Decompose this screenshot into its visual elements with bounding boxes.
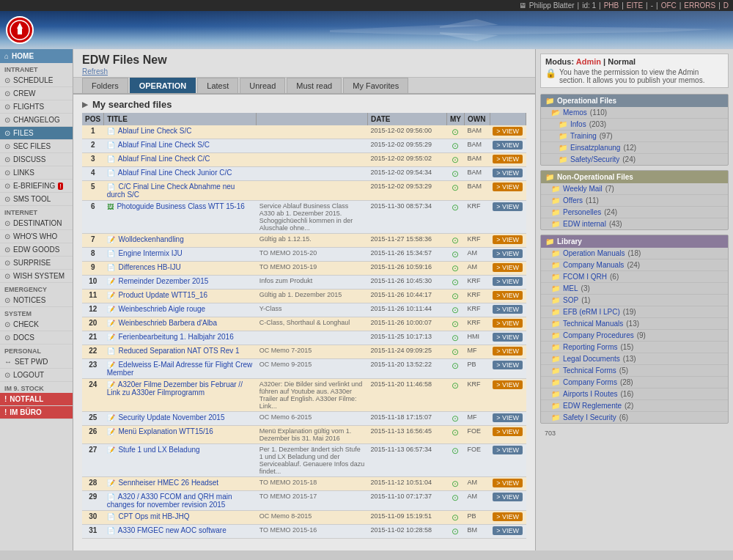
rp-sop[interactable]: 📁 SOP (1) bbox=[541, 295, 728, 306]
view-button[interactable]: > VIEW bbox=[493, 319, 523, 328]
rp-einsatz[interactable]: 📁 Einsatzplanung (12) bbox=[541, 142, 728, 154]
row-title[interactable]: 📄 Ablauf Line Check S/C bbox=[104, 125, 257, 139]
row-title[interactable]: 📄 A330 FMGEC new AOC software bbox=[104, 525, 257, 539]
rp-companyproc[interactable]: 📁 Company Procedures (9) bbox=[541, 330, 728, 342]
row-title[interactable]: 📄 Engine Intermix IJU bbox=[104, 248, 257, 262]
title-link[interactable]: Ablauf Final Line Check Junior C/C bbox=[118, 169, 232, 177]
view-button[interactable]: > VIEW bbox=[493, 155, 523, 163]
row-title[interactable]: 📝 Remeinder Dezember 2015 bbox=[104, 276, 257, 290]
tab-latest[interactable]: Latest bbox=[197, 78, 238, 93]
view-button[interactable]: > VIEW bbox=[493, 249, 523, 258]
sidebar-item-smstool[interactable]: ⊙ SMS TOOL bbox=[0, 193, 73, 206]
topbar-errors[interactable]: ERRORS bbox=[684, 1, 715, 10]
row-view[interactable]: > VIEW bbox=[490, 153, 526, 167]
row-view[interactable]: > VIEW bbox=[490, 359, 526, 379]
sidebar-item-discuss[interactable]: ⊙ DISCUSS bbox=[0, 153, 73, 166]
row-view[interactable]: > VIEW bbox=[490, 303, 526, 317]
title-link[interactable]: Security Update November 2015 bbox=[118, 413, 224, 421]
rp-training[interactable]: 📁 Training (97) bbox=[541, 130, 728, 142]
sidebar-home[interactable]: ⌂ HOME bbox=[0, 49, 73, 63]
row-view[interactable]: > VIEW bbox=[490, 248, 526, 262]
view-button[interactable]: > VIEW bbox=[493, 183, 523, 191]
topbar-eite[interactable]: EITE bbox=[627, 1, 643, 10]
rp-infos[interactable]: 📁 Infos (203) bbox=[541, 119, 728, 130]
safety-link[interactable]: Safety/Security bbox=[570, 155, 619, 163]
title-link[interactable]: Ablauf Final Line Check C/C bbox=[118, 155, 210, 163]
title-link[interactable]: Reduced Separation NAT OTS Rev 1 bbox=[118, 347, 239, 355]
row-view[interactable]: > VIEW bbox=[490, 181, 526, 201]
tab-mustread[interactable]: Must read bbox=[287, 78, 342, 93]
row-title[interactable]: 📝 Security Update November 2015 bbox=[104, 412, 257, 426]
companymanuals-link[interactable]: Company Manuals bbox=[563, 261, 624, 269]
rp-legal[interactable]: 📁 Legal Documents (13) bbox=[541, 353, 728, 365]
tab-operation[interactable]: OPERATION bbox=[130, 78, 196, 93]
sidebar-item-logout[interactable]: ⊙ LOGOUT bbox=[0, 369, 73, 382]
rp-safety[interactable]: 📁 Safety/Security (24) bbox=[541, 154, 728, 165]
topbar-ofc[interactable]: OFC bbox=[661, 1, 677, 10]
sidebar-item-changelog[interactable]: ⊙ CHANGELOG bbox=[0, 114, 73, 127]
view-button[interactable]: > VIEW bbox=[493, 169, 523, 177]
topbar-d[interactable]: D bbox=[723, 1, 729, 10]
row-view[interactable]: > VIEW bbox=[490, 426, 526, 444]
view-button[interactable]: > VIEW bbox=[493, 235, 523, 244]
opmanuals-link[interactable]: Operation Manuals bbox=[563, 249, 625, 257]
row-title[interactable]: 📝 Wolldeckenhandling bbox=[104, 234, 257, 248]
sidebar-item-check[interactable]: ⊙ CHECK bbox=[0, 318, 73, 331]
view-button[interactable]: > VIEW bbox=[493, 347, 523, 355]
view-button[interactable]: > VIEW bbox=[493, 446, 523, 454]
airports-link[interactable]: Airports I Routes bbox=[563, 390, 617, 398]
row-view[interactable]: > VIEW bbox=[490, 331, 526, 345]
view-button[interactable]: > VIEW bbox=[493, 277, 523, 286]
row-view[interactable]: > VIEW bbox=[490, 167, 526, 181]
row-view[interactable]: > VIEW bbox=[490, 491, 526, 511]
view-button[interactable]: > VIEW bbox=[493, 333, 523, 342]
weeklymail-link[interactable]: Weekly Mail bbox=[563, 185, 603, 193]
offers-link[interactable]: Offers bbox=[563, 196, 583, 205]
row-view[interactable]: > VIEW bbox=[490, 477, 526, 491]
sidebar-item-docs[interactable]: ⊙ DOCS bbox=[0, 331, 73, 345]
title-link[interactable]: Wolldeckenhandling bbox=[118, 235, 183, 243]
row-view[interactable]: > VIEW bbox=[490, 276, 526, 290]
title-link[interactable]: Remeinder Dezember 2015 bbox=[118, 277, 208, 285]
efb-link[interactable]: EFB (eRM I LPC) bbox=[563, 308, 620, 316]
title-link[interactable]: Ablauf Final Line Check S/C bbox=[118, 141, 210, 149]
rp-safetylib[interactable]: 📁 Safety I Security (6) bbox=[541, 412, 728, 423]
sidebar-item-schedule[interactable]: ⊙ SCHEDULE bbox=[0, 74, 73, 87]
row-title[interactable]: 📝 Sennheiser HMEC 26 Headset bbox=[104, 477, 257, 491]
row-title[interactable]: 📄 CPT Ops mit HB-JHQ bbox=[104, 511, 257, 525]
einsatz-link[interactable]: Einsatzplanung bbox=[570, 144, 620, 152]
view-button[interactable]: > VIEW bbox=[493, 479, 523, 487]
techmanuals-link[interactable]: Technical Manuals bbox=[563, 320, 623, 328]
sidebar-item-flights[interactable]: ⊙ FLIGHTS bbox=[0, 100, 73, 114]
title-link[interactable]: A320 / A330 FCOM and QRH main changes fo… bbox=[107, 493, 232, 509]
row-view[interactable]: > VIEW bbox=[490, 201, 526, 234]
rp-weeklymail[interactable]: 📁 Weekly Mail (7) bbox=[541, 183, 728, 195]
sidebar-item-wishsystem[interactable]: ⊙ WISH SYSTEM bbox=[0, 270, 73, 283]
row-title[interactable]: 📝 Menü Explanation WTT15/16 bbox=[104, 426, 257, 444]
row-title[interactable]: 🖼 Photoguide Business Class WTT 15-16 bbox=[104, 201, 257, 234]
rp-fcomqrh[interactable]: 📁 FCOM I QRH (6) bbox=[541, 271, 728, 283]
companyproc-link[interactable]: Company Procedures bbox=[563, 331, 634, 339]
sidebar-item-whoswho[interactable]: ⊙ WHO'S WHO bbox=[0, 230, 73, 243]
row-title[interactable]: 📄 Reduced Separation NAT OTS Rev 1 bbox=[104, 345, 257, 359]
rp-mel[interactable]: 📁 MEL (3) bbox=[541, 283, 728, 295]
row-title[interactable]: 📝 Weinbeschrieb Aigle rouge bbox=[104, 303, 257, 317]
view-button[interactable]: > VIEW bbox=[493, 291, 523, 300]
view-button[interactable]: > VIEW bbox=[493, 202, 523, 211]
row-view[interactable]: > VIEW bbox=[490, 444, 526, 477]
title-link[interactable]: Menü Explanation WTT15/16 bbox=[118, 427, 213, 435]
fcomqrh-link[interactable]: FCOM I QRH bbox=[563, 273, 607, 281]
topbar-phb[interactable]: PHB bbox=[604, 1, 619, 10]
title-link[interactable]: Differences HB-IJU bbox=[118, 263, 180, 271]
title-link[interactable]: Weinbeschrieb Barbera d'Alba bbox=[118, 319, 217, 327]
title-link[interactable]: Stufe 1 und LX Beladung bbox=[118, 446, 199, 454]
sidebar-item-imbuero[interactable]: ! IM BÜRO bbox=[0, 406, 73, 419]
edwinternal-link[interactable]: EDW internal bbox=[563, 220, 606, 228]
row-title[interactable]: 📝 Product Update WTT15_16 bbox=[104, 290, 257, 303]
refresh-link[interactable]: Refresh bbox=[82, 67, 108, 75]
rp-offers[interactable]: 📁 Offers (11) bbox=[541, 195, 728, 207]
row-view[interactable]: > VIEW bbox=[490, 511, 526, 525]
row-view[interactable]: > VIEW bbox=[490, 345, 526, 359]
row-view[interactable]: > VIEW bbox=[490, 290, 526, 303]
row-title[interactable]: 📄 Ablauf Final Line Check S/C bbox=[104, 139, 257, 153]
